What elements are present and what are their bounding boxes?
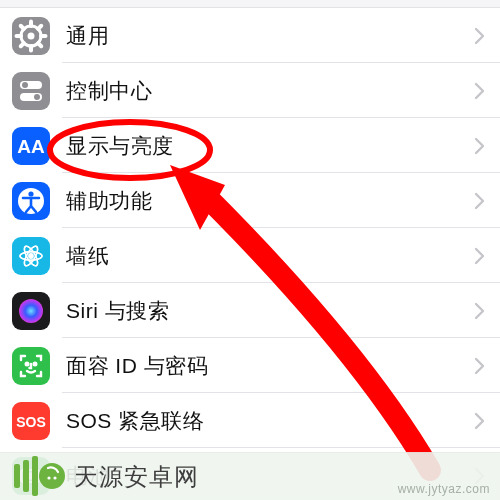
- svg-point-38: [53, 476, 56, 479]
- chevron-right-icon: [474, 82, 486, 100]
- svg-point-1: [28, 32, 35, 39]
- watermark-text: 天源安卓网: [74, 461, 199, 493]
- row-label: 通用: [66, 22, 474, 50]
- settings-row-general[interactable]: 通用: [0, 8, 500, 63]
- chevron-right-icon: [474, 412, 486, 430]
- settings-row-sos[interactable]: SOSSOS 紧急联络: [0, 393, 500, 448]
- settings-row-control[interactable]: 控制中心: [0, 63, 500, 118]
- svg-point-23: [29, 253, 33, 257]
- aa-icon: AA: [12, 127, 50, 165]
- row-label: 面容 ID 与密码: [66, 352, 474, 380]
- svg-point-37: [47, 476, 50, 479]
- svg-rect-34: [23, 460, 29, 492]
- svg-line-5: [21, 43, 24, 46]
- row-label: SOS 紧急联络: [66, 407, 474, 435]
- svg-point-24: [19, 299, 43, 323]
- row-label: 控制中心: [66, 77, 474, 105]
- svg-point-11: [22, 82, 28, 88]
- status-bar: [0, 0, 500, 8]
- svg-line-3: [38, 43, 41, 46]
- watermark-bar: 天源安卓网 www.jytyaz.com: [0, 452, 500, 500]
- svg-line-7: [21, 25, 24, 28]
- settings-row-accessibility[interactable]: 辅助功能: [0, 173, 500, 228]
- chevron-right-icon: [474, 192, 486, 210]
- svg-rect-33: [14, 464, 20, 488]
- switches-icon: [12, 72, 50, 110]
- svg-point-26: [34, 362, 37, 365]
- siri-icon: [12, 292, 50, 330]
- row-label: 墙纸: [66, 242, 474, 270]
- settings-row-faceid[interactable]: 面容 ID 与密码: [0, 338, 500, 393]
- svg-point-25: [26, 362, 29, 365]
- row-label: 显示与亮度: [66, 132, 474, 160]
- svg-rect-35: [32, 456, 38, 496]
- chevron-right-icon: [474, 357, 486, 375]
- sos-icon: SOS: [12, 402, 50, 440]
- gear-icon: [12, 17, 50, 55]
- svg-line-9: [38, 25, 41, 28]
- row-label: Siri 与搜索: [66, 297, 474, 325]
- settings-row-siri[interactable]: Siri 与搜索: [0, 283, 500, 338]
- settings-row-wallpaper[interactable]: 墙纸: [0, 228, 500, 283]
- accessibility-icon: [12, 182, 50, 220]
- row-label: 辅助功能: [66, 187, 474, 215]
- svg-point-13: [34, 94, 40, 100]
- settings-list: 通用控制中心AA显示与亮度辅助功能墙纸Siri 与搜索面容 ID 与密码SOSS…: [0, 8, 500, 500]
- chevron-right-icon: [474, 27, 486, 45]
- flower-icon: [12, 237, 50, 275]
- watermark-url: www.jytyaz.com: [398, 482, 490, 496]
- chevron-right-icon: [474, 137, 486, 155]
- watermark-logo-icon: [14, 456, 66, 496]
- chevron-right-icon: [474, 247, 486, 265]
- svg-text:AA: AA: [17, 136, 45, 157]
- svg-point-16: [28, 191, 33, 196]
- faceid-icon: [12, 347, 50, 385]
- svg-text:SOS: SOS: [16, 414, 46, 430]
- settings-row-display[interactable]: AA显示与亮度: [0, 118, 500, 173]
- chevron-right-icon: [474, 302, 486, 320]
